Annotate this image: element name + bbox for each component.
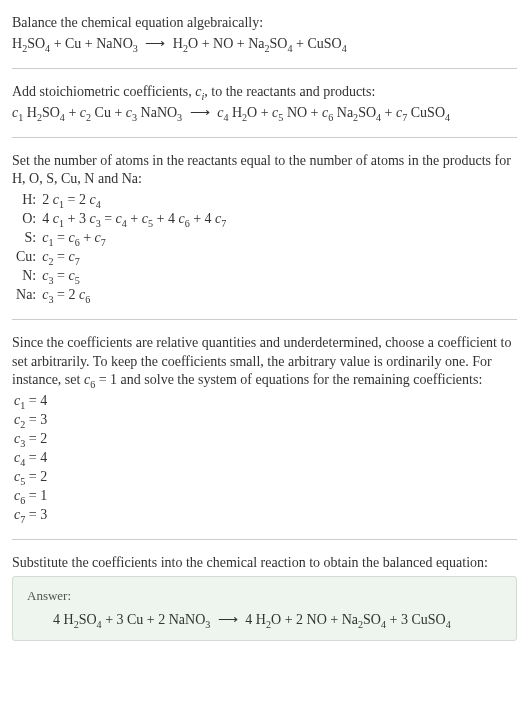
section-atom-balance: Set the number of atoms in the reactants… bbox=[12, 146, 517, 311]
element-symbol: S: bbox=[16, 229, 42, 248]
divider bbox=[12, 319, 517, 320]
list-item: c3 = 2 bbox=[14, 430, 517, 449]
element-equation: 4 c1 + 3 c3 = c4 + c5 + 4 c6 + 4 c7 bbox=[42, 210, 232, 229]
divider bbox=[12, 68, 517, 69]
element-equation: c3 = c5 bbox=[42, 267, 232, 286]
intro-text: Set the number of atoms in the reactants… bbox=[12, 152, 517, 190]
list-item: c2 = 3 bbox=[14, 411, 517, 430]
element-equation: c2 = c7 bbox=[42, 248, 232, 267]
list-item: c7 = 3 bbox=[14, 506, 517, 525]
table-row: H:2 c1 = 2 c4 bbox=[16, 191, 232, 210]
divider bbox=[12, 137, 517, 138]
table-row: N:c3 = c5 bbox=[16, 267, 232, 286]
answer-box: Answer: 4 H2SO4 + 3 Cu + 2 NaNO3 ⟶ 4 H2O… bbox=[12, 576, 517, 640]
divider bbox=[12, 539, 517, 540]
atom-equations-table: H:2 c1 = 2 c4O:4 c1 + 3 c3 = c4 + c5 + 4… bbox=[16, 191, 232, 304]
answer-label: Answer: bbox=[27, 587, 502, 605]
section-stoich: Add stoichiometric coefficients, ci, to … bbox=[12, 77, 517, 129]
table-row: S:c1 = c6 + c7 bbox=[16, 229, 232, 248]
list-item: c5 = 2 bbox=[14, 468, 517, 487]
list-item: c4 = 4 bbox=[14, 449, 517, 468]
coeff-equation: c1 H2SO4 + c2 Cu + c3 NaNO3 ⟶ c4 H2O + c… bbox=[12, 104, 517, 123]
balanced-equation: 4 H2SO4 + 3 Cu + 2 NaNO3 ⟶ 4 H2O + 2 NO … bbox=[27, 611, 502, 630]
coefficient-list: c1 = 4c2 = 3c3 = 2c4 = 4c5 = 2c6 = 1c7 =… bbox=[14, 392, 517, 524]
list-item: c6 = 1 bbox=[14, 487, 517, 506]
intro-text: Since the coefficients are relative quan… bbox=[12, 334, 517, 391]
intro-text: Substitute the coefficients into the che… bbox=[12, 554, 517, 573]
section-balance-intro: Balance the chemical equation algebraica… bbox=[12, 8, 517, 60]
atom-equations-body: H:2 c1 = 2 c4O:4 c1 + 3 c3 = c4 + c5 + 4… bbox=[16, 191, 232, 304]
section-answer: Substitute the coefficients into the che… bbox=[12, 548, 517, 647]
element-symbol: H: bbox=[16, 191, 42, 210]
element-symbol: O: bbox=[16, 210, 42, 229]
list-item: c1 = 4 bbox=[14, 392, 517, 411]
element-symbol: Na: bbox=[16, 286, 42, 305]
element-symbol: Cu: bbox=[16, 248, 42, 267]
table-row: O:4 c1 + 3 c3 = c4 + c5 + 4 c6 + 4 c7 bbox=[16, 210, 232, 229]
intro-text: Balance the chemical equation algebraica… bbox=[12, 14, 517, 33]
element-symbol: N: bbox=[16, 267, 42, 286]
unbalanced-equation: H2SO4 + Cu + NaNO3 ⟶ H2O + NO + Na2SO4 +… bbox=[12, 35, 517, 54]
intro-text: Add stoichiometric coefficients, ci, to … bbox=[12, 83, 517, 102]
table-row: Cu:c2 = c7 bbox=[16, 248, 232, 267]
element-equation: c3 = 2 c6 bbox=[42, 286, 232, 305]
table-row: Na:c3 = 2 c6 bbox=[16, 286, 232, 305]
element-equation: c1 = c6 + c7 bbox=[42, 229, 232, 248]
element-equation: 2 c1 = 2 c4 bbox=[42, 191, 232, 210]
section-solve: Since the coefficients are relative quan… bbox=[12, 328, 517, 531]
